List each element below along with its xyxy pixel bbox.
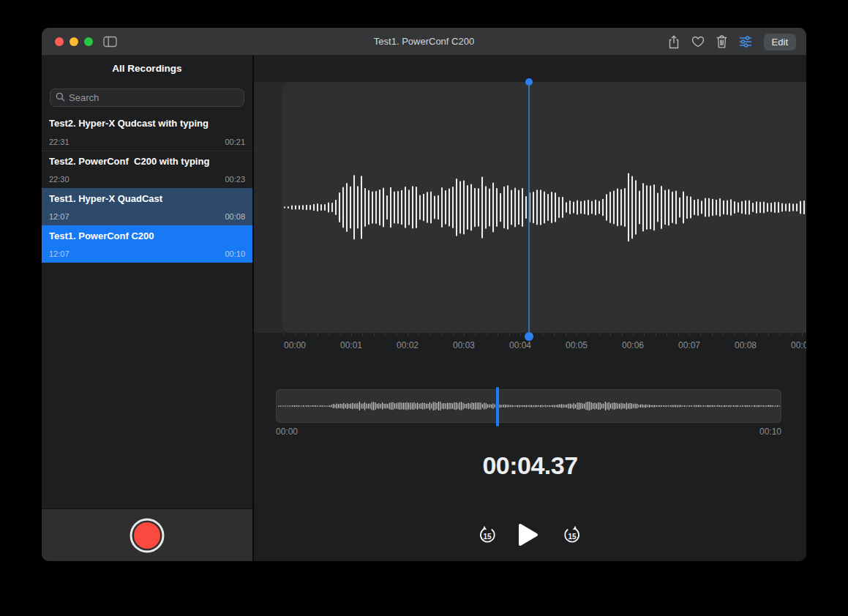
- axis-tick: [362, 333, 363, 336]
- overview-end-label: 00:10: [759, 427, 781, 437]
- current-time-display: 00:04.37: [254, 451, 806, 480]
- waveform-clip[interactable]: [282, 82, 806, 333]
- axis-tick-label: 00:04: [509, 340, 531, 350]
- overview-strip[interactable]: [276, 389, 781, 423]
- axis-tick: [802, 333, 803, 336]
- axis-tick: [566, 333, 566, 336]
- axis-tick: [667, 333, 667, 336]
- skip-forward-15-button[interactable]: 15: [562, 525, 582, 548]
- axis-tick: [622, 333, 623, 336]
- axis-tick-label: 00:00: [284, 340, 306, 350]
- axis-tick: [700, 333, 701, 336]
- list-item-recording-selected[interactable]: Test1. PowerConf C200 12:07 00:10: [42, 225, 252, 263]
- app-window: Test1. PowerConf C200: [42, 28, 806, 561]
- skip-back-15-button[interactable]: 15: [477, 525, 498, 548]
- axis-tick: [284, 333, 285, 336]
- svg-text:15: 15: [568, 533, 577, 541]
- axis-tick: [487, 333, 487, 336]
- axis-tick: [791, 333, 792, 336]
- recording-title: Test2. Hyper-X Qudcast with typing: [49, 118, 245, 129]
- recording-duration: 00:10: [225, 249, 245, 258]
- axis-tick-label: 00:05: [566, 340, 588, 350]
- axis-tick: [610, 333, 611, 336]
- heart-icon[interactable]: [691, 36, 705, 48]
- play-button[interactable]: [518, 523, 539, 549]
- list-item-recording-selected-secondary[interactable]: Test1. Hyper-X QuadCast 12:07 00:08: [42, 188, 252, 225]
- axis-tick: [554, 333, 555, 336]
- axis-tick: [644, 333, 645, 336]
- axis-tick-label: 00:09: [791, 340, 806, 350]
- axis-tick: [757, 333, 757, 336]
- playhead-line[interactable]: [528, 82, 530, 337]
- axis-tick: [385, 333, 386, 336]
- axis-tick-label: 00:06: [622, 340, 644, 350]
- main-waveform[interactable]: [282, 82, 806, 333]
- transport-controls: 15 15: [254, 515, 806, 556]
- recording-title: Test2. PowerConf C200 with typing: [49, 156, 245, 167]
- search-input[interactable]: [69, 92, 239, 103]
- axis-tick: [351, 333, 352, 336]
- axis-tick: [397, 333, 397, 336]
- axis-tick: [430, 333, 431, 336]
- recording-time: 22:31: [49, 138, 70, 146]
- overview-start-label: 00:00: [276, 427, 298, 437]
- axis-tick: [779, 333, 780, 336]
- overview-waveform[interactable]: [277, 390, 781, 422]
- axis-tick: [408, 333, 408, 336]
- sidebar: All Recordings Test2. Hyper-X Qudcast wi…: [42, 56, 252, 561]
- axis-tick: [531, 333, 532, 336]
- axis-tick-label: 00:02: [397, 340, 419, 350]
- axis-tick-label: 00:08: [735, 340, 757, 350]
- recording-time: 12:07: [49, 212, 70, 221]
- axis-tick: [306, 333, 307, 336]
- list-item-recording[interactable]: Test2. PowerConf C200 with typing 22:30 …: [42, 151, 252, 188]
- axis-tick: [419, 333, 419, 336]
- axis-tick-label: 00:07: [678, 340, 700, 350]
- axis-tick: [453, 333, 454, 336]
- axis-tick: [329, 333, 329, 336]
- recording-time: 22:30: [49, 175, 70, 184]
- axis-tick-label: 00:01: [340, 340, 362, 350]
- edit-button[interactable]: Edit: [764, 34, 796, 50]
- list-item-recording[interactable]: Test2. Hyper-X Qudcast with typing 22:31…: [42, 113, 252, 151]
- overview-playhead[interactable]: [496, 387, 499, 427]
- axis-tick: [588, 333, 588, 336]
- axis-tick: [768, 333, 769, 336]
- sidebar-footer: [42, 508, 252, 561]
- record-button[interactable]: [134, 522, 160, 549]
- playhead-top-dot[interactable]: [525, 78, 533, 86]
- recording-duration: 00:08: [225, 212, 245, 221]
- svg-text:15: 15: [483, 533, 492, 541]
- axis-tick: [735, 333, 735, 336]
- search-icon: [56, 91, 65, 105]
- axis-tick: [543, 333, 544, 336]
- axis-tick-label: 00:03: [453, 340, 475, 350]
- share-icon[interactable]: [668, 35, 680, 49]
- recording-duration: 00:21: [225, 138, 245, 146]
- axis-tick: [712, 333, 713, 336]
- recordings-list: Test2. Hyper-X Qudcast with typing 22:31…: [42, 113, 252, 263]
- axis-tick: [577, 333, 577, 336]
- axis-tick: [723, 333, 724, 336]
- axis-tick: [520, 333, 521, 336]
- axis-tick: [678, 333, 679, 336]
- recording-time: 12:07: [49, 249, 70, 258]
- axis-tick: [441, 333, 442, 336]
- axis-tick: [295, 333, 296, 336]
- axis-tick: [464, 333, 465, 336]
- titlebar: Test1. PowerConf C200: [42, 28, 806, 56]
- axis-tick: [498, 333, 498, 336]
- recording-title: Test1. Hyper-X QuadCast: [49, 193, 245, 204]
- axis-tick: [475, 333, 476, 336]
- axis-tick: [633, 333, 634, 336]
- axis-tick: [689, 333, 690, 336]
- axis-tick: [374, 333, 375, 336]
- axis-tick: [509, 333, 510, 336]
- player-pane: 00:0000:0100:0200:0300:0400:0500:0600:07…: [254, 56, 806, 561]
- axis-tick: [318, 333, 318, 336]
- playback-settings-icon[interactable]: [739, 36, 752, 48]
- axis-tick: [656, 333, 656, 336]
- recording-duration: 00:23: [225, 175, 245, 184]
- search-field[interactable]: [50, 89, 244, 107]
- trash-icon[interactable]: [716, 35, 727, 48]
